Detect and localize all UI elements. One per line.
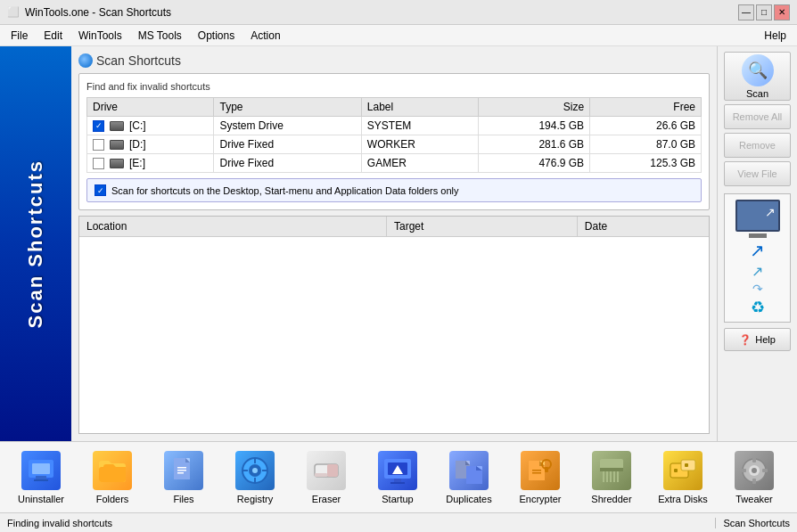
tool-shredder[interactable]: Shredder	[578, 446, 645, 509]
drive-checkbox-0[interactable]	[93, 120, 104, 132]
tool-duplicates[interactable]: Duplicates	[435, 446, 503, 509]
svg-rect-31	[600, 468, 623, 471]
drive-row-1: [D:] Drive Fixed WORKER 281.6 GB 87.0 GB	[87, 135, 702, 154]
files-icon	[164, 451, 203, 490]
drive-label-0: SYSTEM	[361, 117, 478, 135]
svg-rect-6	[177, 470, 186, 471]
menu-mstools[interactable]: MS Tools	[131, 28, 189, 44]
scan-option-checkbox[interactable]	[94, 184, 106, 196]
maximize-button[interactable]: □	[756, 4, 772, 20]
svg-rect-45	[752, 479, 756, 484]
menubar: File Edit WinTools MS Tools Options Acti…	[0, 25, 797, 46]
tool-tweaker-label: Tweaker	[735, 494, 773, 504]
drive-type-1: Drive Fixed	[214, 135, 361, 154]
menu-help[interactable]: Help	[757, 28, 793, 44]
tool-extradisks[interactable]: Extra Disks	[649, 446, 717, 509]
tab-icon	[78, 53, 93, 68]
svg-rect-35	[613, 471, 615, 482]
tool-startup-label: Startup	[382, 494, 413, 504]
right-panel: 🔍 Scan Remove All Remove View File ↗ ↗ ↗…	[717, 46, 797, 441]
tool-startup[interactable]: Startup	[364, 446, 431, 509]
sidebar-banner: Scan Shortcuts	[0, 46, 71, 441]
tool-uninstaller-label: Uninstaller	[18, 494, 64, 504]
tweaker-icon	[735, 451, 774, 490]
col-drive: Drive	[87, 98, 214, 117]
remove-button[interactable]: Remove	[724, 133, 791, 158]
tool-files-label: Files	[173, 494, 193, 504]
tool-files[interactable]: Files	[150, 446, 218, 509]
results-panel: Location Target Date	[78, 216, 710, 434]
svg-rect-2	[36, 476, 46, 479]
drive-hdd-icon-1	[110, 140, 124, 150]
titlebar: ⬜ WinTools.one - Scan Shortcuts — □ ✕	[0, 0, 797, 25]
view-file-button[interactable]: View File	[724, 161, 791, 186]
drive-label-1: WORKER	[361, 135, 478, 154]
drive-cell-2: [E:]	[87, 154, 214, 173]
drive-type-2: Drive Fixed	[214, 154, 361, 173]
svg-rect-7	[177, 472, 184, 474]
svg-rect-5	[177, 467, 186, 469]
svg-rect-29	[545, 467, 548, 472]
minimize-button[interactable]: —	[738, 4, 754, 20]
uninstaller-icon	[21, 451, 61, 490]
registry-icon	[235, 451, 275, 490]
scan-option-label: Scan for shortcuts on the Desktop, Start…	[111, 185, 459, 196]
help-button[interactable]: ❓ Help	[724, 328, 791, 351]
svg-rect-16	[315, 473, 327, 477]
menu-wintools[interactable]: WinTools	[71, 28, 129, 44]
help-label: Help	[755, 334, 776, 345]
svg-rect-46	[741, 469, 746, 472]
svg-rect-26	[532, 470, 541, 471]
drive-hdd-icon-2	[110, 159, 124, 168]
menubar-items: File Edit WinTools MS Tools Options Acti…	[4, 28, 288, 44]
drive-cell-0: [C:]	[87, 117, 214, 135]
duplicates-icon	[449, 451, 489, 490]
tool-registry[interactable]: Registry	[221, 446, 289, 509]
menu-options[interactable]: Options	[191, 28, 242, 44]
svg-rect-44	[752, 457, 756, 462]
panel-legend: Find and fix invalid shortcuts	[86, 81, 702, 92]
menu-edit[interactable]: Edit	[37, 28, 70, 44]
remove-all-button[interactable]: Remove All	[724, 104, 791, 129]
menu-action[interactable]: Action	[243, 28, 287, 44]
help-icon: ❓	[739, 334, 752, 346]
tool-shredder-label: Shredder	[591, 494, 631, 504]
tool-extradisks-label: Extra Disks	[658, 494, 708, 504]
drive-hdd-icon-0	[110, 121, 124, 131]
drive-checkbox-2[interactable]	[93, 158, 104, 169]
scan-icon: 🔍	[742, 54, 774, 86]
bottom-toolbar: Uninstaller Folders Files Registry Erase…	[0, 441, 797, 512]
drive-free-2: 125.3 GB	[590, 154, 702, 173]
svg-rect-32	[603, 471, 604, 482]
view-file-label: View File	[737, 168, 776, 179]
eraser-icon	[307, 451, 346, 490]
col-type: Type	[214, 98, 361, 117]
tab-header: Scan Shortcuts	[78, 53, 710, 68]
tool-folders[interactable]: Folders	[78, 446, 146, 509]
drive-letter-0: [C:]	[129, 119, 146, 132]
results-body	[79, 237, 709, 433]
close-button[interactable]: ✕	[774, 4, 790, 20]
svg-rect-21	[390, 482, 405, 484]
col-size: Size	[479, 98, 590, 117]
drive-checkbox-1[interactable]	[93, 139, 104, 151]
scan-label: Scan	[746, 88, 768, 99]
tool-tweaker[interactable]: Tweaker	[720, 446, 788, 509]
arrow-icon-1: ↗	[750, 240, 765, 261]
results-col-date: Date	[578, 217, 709, 236]
menu-file[interactable]: File	[4, 28, 35, 44]
tool-eraser[interactable]: Eraser	[292, 446, 360, 509]
drive-type-0: System Drive	[214, 117, 361, 135]
results-col-target: Target	[387, 217, 578, 236]
main-area: Scan Shortcuts Scan Shortcuts Find and f…	[0, 46, 797, 441]
tool-uninstaller[interactable]: Uninstaller	[7, 446, 75, 509]
drive-table: Drive Type Label Size Free [C:] System D…	[86, 97, 702, 173]
svg-point-43	[752, 468, 757, 473]
folders-icon	[93, 451, 132, 490]
tool-encrypter[interactable]: Encrypter	[506, 446, 574, 509]
scan-button[interactable]: 🔍 Scan	[724, 52, 791, 101]
drive-label-2: GAMER	[361, 154, 478, 173]
svg-rect-39	[674, 469, 678, 472]
drive-free-1: 87.0 GB	[590, 135, 702, 154]
remove-all-label: Remove All	[733, 111, 783, 122]
